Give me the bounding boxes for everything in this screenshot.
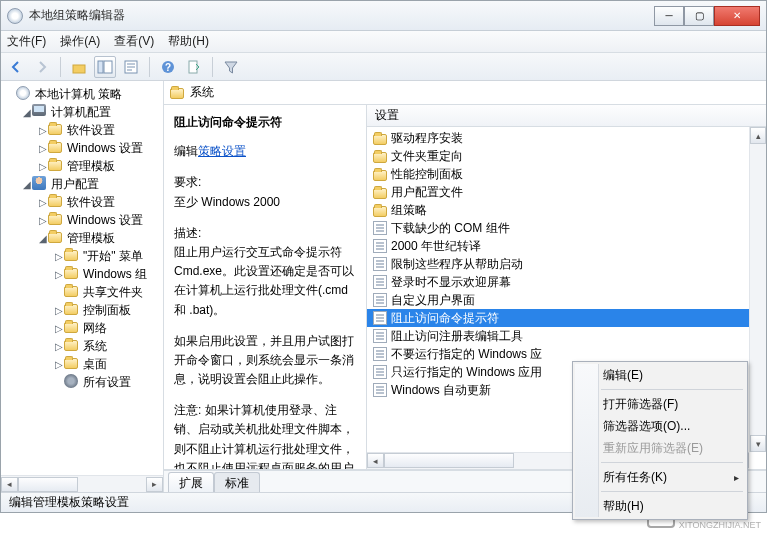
tree-network[interactable]: ▷网络 xyxy=(1,319,163,337)
ctx-help[interactable]: 帮助(H) xyxy=(575,495,745,517)
list-item-label: 下载缺少的 COM 组件 xyxy=(391,220,510,237)
tree-root[interactable]: 本地计算机 策略 xyxy=(1,85,163,103)
list-item[interactable]: 阻止访问注册表编辑工具 xyxy=(367,327,766,345)
tree-admin-templates[interactable]: ◢管理模板 xyxy=(1,229,163,247)
expand-icon[interactable]: ▷ xyxy=(37,197,48,208)
tree-item-label: "开始" 菜单 xyxy=(83,248,143,265)
tree-item-label: 软件设置 xyxy=(67,194,115,211)
folder-icon xyxy=(170,88,184,99)
tree-shared-folders[interactable]: 共享文件夹 xyxy=(1,283,163,301)
tree-hscroll[interactable]: ◂ ▸ xyxy=(1,475,163,492)
list-item-label: 阻止访问命令提示符 xyxy=(391,310,499,327)
list-item[interactable]: 限制这些程序从帮助启动 xyxy=(367,255,766,273)
tree-start-menu[interactable]: ▷"开始" 菜单 xyxy=(1,247,163,265)
context-menu: 编辑(E) 打开筛选器(F) 筛选器选项(O)... 重新应用筛选器(E) 所有… xyxy=(572,361,748,520)
scroll-left-icon[interactable]: ◂ xyxy=(367,453,384,468)
filter-icon[interactable] xyxy=(220,56,242,78)
expand-icon[interactable]: ▷ xyxy=(37,215,48,226)
svg-rect-2 xyxy=(104,61,112,73)
tree-desktop[interactable]: ▷桌面 xyxy=(1,355,163,373)
list-item[interactable]: 用户配置文件 xyxy=(367,183,766,201)
setting-icon xyxy=(373,221,387,235)
scroll-left-icon[interactable]: ◂ xyxy=(1,477,18,492)
tree-user-config[interactable]: ◢用户配置 xyxy=(1,175,163,193)
setting-icon xyxy=(373,275,387,289)
list-item[interactable]: 文件夹重定向 xyxy=(367,147,766,165)
close-button[interactable]: ✕ xyxy=(714,6,760,26)
minimize-button[interactable]: ─ xyxy=(654,6,684,26)
column-header[interactable]: 设置 xyxy=(367,105,766,127)
tree-windows-settings[interactable]: ▷Windows 设置 xyxy=(1,211,163,229)
svg-rect-0 xyxy=(73,65,85,73)
list-item[interactable]: 自定义用户界面 xyxy=(367,291,766,309)
expand-icon[interactable]: ▷ xyxy=(53,359,64,370)
scroll-down-icon[interactable]: ▾ xyxy=(750,435,766,452)
properties-button[interactable] xyxy=(120,56,142,78)
setting-icon xyxy=(373,383,387,397)
list-item-label: 不要运行指定的 Windows 应 xyxy=(391,346,542,363)
hscroll-thumb[interactable] xyxy=(18,477,78,492)
folder-icon xyxy=(48,194,64,210)
list-item[interactable]: 组策略 xyxy=(367,201,766,219)
list-item[interactable]: 下载缺少的 COM 组件 xyxy=(367,219,766,237)
tree-system[interactable]: ▷系统 xyxy=(1,337,163,355)
ctx-filter-reapply: 重新应用筛选器(E) xyxy=(575,437,745,459)
tab-extended[interactable]: 扩展 xyxy=(168,472,214,492)
edit-prefix: 编辑 xyxy=(174,144,198,158)
list-item[interactable]: 登录时不显示欢迎屏幕 xyxy=(367,273,766,291)
expand-icon[interactable]: ▷ xyxy=(53,305,64,316)
expand-icon[interactable]: ▷ xyxy=(53,323,64,334)
list-item[interactable]: 性能控制面板 xyxy=(367,165,766,183)
expand-icon[interactable]: ▷ xyxy=(37,161,48,172)
expand-icon[interactable]: ▷ xyxy=(37,143,48,154)
expand-icon[interactable]: ◢ xyxy=(21,107,32,118)
folder-icon xyxy=(373,170,387,181)
tree-computer-config[interactable]: ◢计算机配置 xyxy=(1,103,163,121)
folder-icon xyxy=(64,266,80,282)
ctx-filter-options[interactable]: 筛选器选项(O)... xyxy=(575,415,745,437)
help-icon[interactable]: ? xyxy=(157,56,179,78)
setting-icon xyxy=(373,347,387,361)
tree-all-settings[interactable]: 所有设置 xyxy=(1,373,163,391)
list-item[interactable]: 驱动程序安装 xyxy=(367,129,766,147)
expand-icon[interactable]: ◢ xyxy=(37,233,48,244)
tree-admin-templates[interactable]: ▷管理模板 xyxy=(1,157,163,175)
description-pane: 阻止访问命令提示符 编辑策略设置 要求: 至少 Windows 2000 描述:… xyxy=(164,105,366,469)
scroll-right-icon[interactable]: ▸ xyxy=(146,477,163,492)
expand-icon[interactable]: ▷ xyxy=(37,125,48,136)
expand-icon[interactable]: ▷ xyxy=(53,341,64,352)
menu-help[interactable]: 帮助(H) xyxy=(168,33,209,50)
edit-policy-link[interactable]: 策略设置 xyxy=(198,144,246,158)
tab-standard[interactable]: 标准 xyxy=(214,472,260,492)
list-item[interactable]: 阻止访问命令提示符 xyxy=(367,309,766,327)
tree-software-settings[interactable]: ▷软件设置 xyxy=(1,193,163,211)
tree-software-settings[interactable]: ▷软件设置 xyxy=(1,121,163,139)
show-tree-button[interactable] xyxy=(94,56,116,78)
expand-icon[interactable]: ▷ xyxy=(53,251,64,262)
list-item-label: 性能控制面板 xyxy=(391,166,463,183)
list-vscroll[interactable]: ▴ ▾ xyxy=(749,127,766,452)
tree-item-label: 桌面 xyxy=(83,356,107,373)
expand-icon[interactable]: ▷ xyxy=(53,269,64,280)
menu-view[interactable]: 查看(V) xyxy=(114,33,154,50)
ctx-filter-on[interactable]: 打开筛选器(F) xyxy=(575,393,745,415)
forward-button[interactable] xyxy=(31,56,53,78)
tree-windows-settings[interactable]: ▷Windows 设置 xyxy=(1,139,163,157)
up-button[interactable] xyxy=(68,56,90,78)
ctx-all-tasks[interactable]: 所有任务(K) xyxy=(575,466,745,488)
export-button[interactable] xyxy=(183,56,205,78)
scroll-up-icon[interactable]: ▴ xyxy=(750,127,766,144)
requirement-label: 要求: xyxy=(174,173,358,192)
tree-item-label: 本地计算机 策略 xyxy=(35,86,122,103)
menu-file[interactable]: 文件(F) xyxy=(7,33,46,50)
tree-windows-components[interactable]: ▷Windows 组 xyxy=(1,265,163,283)
list-item[interactable]: 2000 年世纪转译 xyxy=(367,237,766,255)
hscroll-thumb[interactable] xyxy=(384,453,514,468)
titlebar[interactable]: 本地组策略编辑器 ─ ▢ ✕ xyxy=(1,1,766,31)
tree-control-panel[interactable]: ▷控制面板 xyxy=(1,301,163,319)
ctx-edit[interactable]: 编辑(E) xyxy=(575,364,745,386)
menu-action[interactable]: 操作(A) xyxy=(60,33,100,50)
expand-icon[interactable]: ◢ xyxy=(21,179,32,190)
maximize-button[interactable]: ▢ xyxy=(684,6,714,26)
back-button[interactable] xyxy=(5,56,27,78)
